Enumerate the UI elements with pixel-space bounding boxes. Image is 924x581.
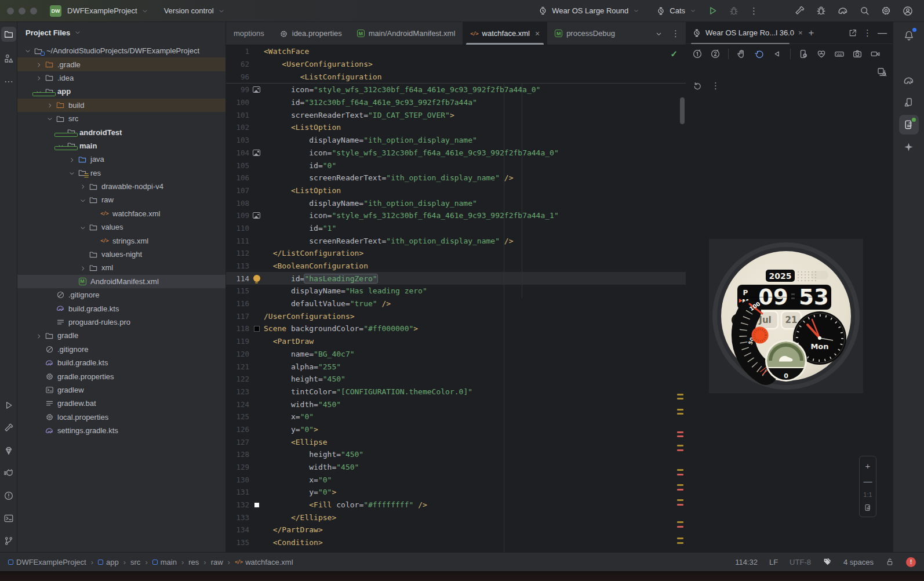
code-line[interactable]: 126 y="0"> [226,423,686,436]
line-separator[interactable]: LF [769,558,778,567]
close-traffic-light[interactable] [7,8,14,14]
error-stripe-mark[interactable] [677,449,683,451]
tree-chevron-icon[interactable] [45,114,54,124]
tree-row[interactable]: proguard-rules.pro [17,315,225,329]
tag-icon[interactable] [823,557,832,567]
device-options-menu[interactable]: ⋮ [863,28,872,38]
tree-chevron-icon[interactable] [34,74,43,83]
inspections-ok-icon[interactable]: ✓ [670,49,678,59]
code-line[interactable]: 116 defaultValue="true" /> [226,297,686,310]
warning-stripe-mark[interactable] [677,409,683,411]
code-line[interactable]: 133 </Ellipse> [226,511,686,524]
tree-chevron-icon[interactable] [78,263,88,273]
logcat-button[interactable] [1,466,16,481]
code-line[interactable]: 124 width="450" [226,398,686,411]
open-in-window-icon[interactable] [848,28,857,38]
tree-chevron-icon[interactable] [67,168,77,177]
color-swatch-white[interactable] [254,503,259,507]
screen-record-icon[interactable] [870,49,881,59]
editor-tab[interactable]: idea.properties [272,22,350,45]
warning-stripe-mark[interactable] [677,445,683,446]
run-tool-button[interactable] [1,398,16,413]
tree-row[interactable]: values-night [17,248,225,261]
warning-stripe-mark[interactable] [677,538,683,539]
fit-to-window-icon[interactable] [864,503,872,512]
code-line[interactable]: 104 icon="style_wfs_312c30bf_f64a_461e_9… [226,147,686,159]
button2-icon[interactable] [710,49,721,59]
code-line[interactable]: 122 height="450" [226,373,686,386]
gradle-panel-button[interactable] [899,71,919,90]
tree-row[interactable]: .idea [17,71,225,85]
error-stripe-mark[interactable] [677,489,683,491]
tree-chevron-icon[interactable] [78,223,88,232]
add-device-button[interactable]: + [809,27,814,39]
code-line[interactable]: 99 icon="style_wfs_312c30bf_f64a_461e_9c… [226,83,686,96]
tree-row[interactable]: gradle.properties [17,369,225,383]
tree-row[interactable]: res [17,166,225,180]
tree-row[interactable]: settings.gradle.kts [17,424,225,437]
tree-chevron-icon[interactable] [23,46,32,56]
build-tool-button[interactable] [1,420,16,435]
tree-row[interactable]: xml [17,261,225,274]
intention-bulb-icon[interactable] [253,275,260,282]
zoom-out-button[interactable]: — [864,476,872,486]
settings-gear-icon[interactable] [881,5,892,16]
warning-stripe-mark[interactable] [677,542,683,544]
caret-position[interactable]: 114:32 [735,558,758,567]
tab-list-chevron[interactable] [654,28,663,38]
project-selector[interactable]: DWFExampleProject [67,6,149,15]
code-line[interactable]: 107 <ListOption [226,184,686,197]
code-line[interactable]: 109 icon="style_wfs_312c30bf_f64a_461e_9… [226,209,686,222]
kebab-icon[interactable]: ⋮ [711,81,720,91]
camera-icon[interactable] [852,49,863,59]
code-line[interactable]: 106 screenReaderText="ith_option_display… [226,172,686,184]
zoom-in-button[interactable]: + [865,461,871,471]
code-line[interactable]: 121 alpha="255" [226,360,686,373]
code-line[interactable]: 114 id="hasLeadingZero" [226,272,686,285]
git-button[interactable] [1,533,16,549]
tree-chevron-icon[interactable] [78,182,88,191]
structure-tool-button[interactable] [1,51,16,66]
project-tool-button[interactable] [1,27,16,42]
tree-row[interactable]: gradlew [17,383,225,397]
lock-open-icon[interactable] [885,557,894,567]
breadcrumb-item[interactable]: raw [211,558,223,567]
debug-button[interactable] [729,6,739,16]
warning-stripe-mark[interactable] [677,521,683,523]
code-line[interactable]: 132 <Fill color="#ffffffff" /> [226,499,686,511]
tree-row[interactable]: androidTest [17,125,225,139]
warning-stripe-mark[interactable] [677,469,683,471]
image-preview-icon[interactable] [253,86,260,93]
tree-row[interactable]: .gitignore [17,288,225,302]
tree-row[interactable]: local.properties [17,411,225,424]
error-stripe-mark[interactable] [677,431,683,433]
breadcrumb-item[interactable]: src [130,558,140,567]
gemini-button[interactable] [899,137,919,157]
error-indicator[interactable]: ! [906,557,916,567]
maximize-traffic-light[interactable] [30,8,37,14]
code-line[interactable]: 127 <Ellipse [226,435,686,448]
button1-icon[interactable] [692,49,703,59]
error-stripe-mark[interactable] [677,474,683,475]
indent-setting[interactable]: 4 spaces [843,558,874,567]
code-line[interactable]: 110 id="1" [226,222,686,235]
tab-options-menu[interactable]: ⋮ [671,28,680,39]
tree-row[interactable]: java [17,152,225,166]
tree-chevron-icon[interactable] [34,60,43,69]
reset-icon[interactable] [692,81,702,91]
tree-row[interactable]: build [17,99,225,112]
gradle-sync-icon[interactable] [837,5,849,17]
quality-insights-button[interactable] [1,443,16,458]
code-editor[interactable]: 99 icon="style_wfs_312c30bf_f64a_461e_9c… [226,83,686,552]
file-encoding[interactable]: UTF-8 [790,558,811,567]
image-preview-icon[interactable] [253,212,260,219]
breadcrumb-item[interactable]: app [98,558,119,567]
vcs-selector[interactable]: Version control [164,6,225,15]
screenshot-search-icon[interactable] [876,67,887,77]
breadcrumb-item[interactable]: DWFExampleProject [8,558,86,567]
tree-chevron-icon[interactable] [34,331,43,340]
device-selector[interactable]: Wear OS Large Round [538,6,640,16]
color-swatch-black[interactable] [254,326,259,331]
code-line[interactable]: 111 screenReaderText="ith_option_display… [226,234,686,247]
tree-row[interactable]: </>strings.xml [17,234,225,247]
